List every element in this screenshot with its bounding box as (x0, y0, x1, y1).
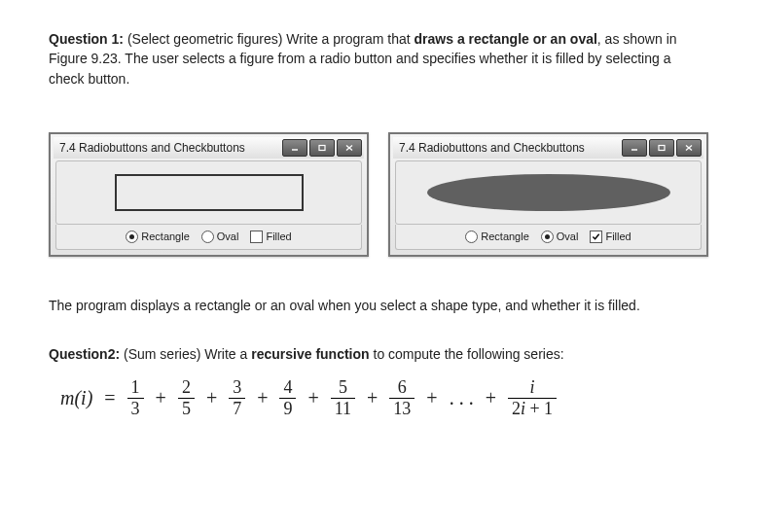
filled-option[interactable]: Filled (250, 231, 291, 243)
oval-label: Oval (557, 231, 579, 242)
window-title: 7.4 Radiobuttons and Checkbuttons (399, 141, 622, 155)
term-4: 49 (279, 378, 296, 418)
figure-9-23: 7.4 Radiobuttons and Checkbuttons Rectan… (49, 132, 708, 257)
lhs: m(i) (60, 387, 92, 409)
term-1: 13 (127, 378, 144, 418)
filled-label: Filled (605, 231, 631, 242)
radio-oval-icon (541, 231, 554, 243)
oval-label: Oval (217, 231, 239, 242)
gen-den-prefix: 2 (512, 399, 521, 418)
oval-option[interactable]: Oval (541, 231, 579, 243)
q1-label: Question 1: (49, 31, 124, 47)
ellipsis: . . . (450, 387, 474, 409)
plus: + (255, 387, 270, 409)
titlebar: 7.4 Radiobuttons and Checkbuttons (393, 137, 703, 159)
plus: + (365, 387, 379, 409)
drawing-canvas (395, 160, 702, 225)
rectangle-option[interactable]: Rectangle (126, 231, 190, 243)
oval-option[interactable]: Oval (201, 231, 239, 243)
rectangle-shape (115, 174, 304, 211)
minimize-button[interactable] (282, 139, 307, 157)
controls-row: Rectangle Oval Filled (395, 225, 702, 250)
term-2: 25 (178, 378, 195, 418)
drawing-canvas (55, 160, 362, 225)
term-6: 613 (389, 378, 415, 418)
series-formula: m(i) = 13 + 25 + 37 + 49 + 511 + 613 + .… (60, 378, 708, 418)
term-5: 511 (331, 378, 355, 418)
svg-rect-1 (319, 145, 325, 150)
filled-label: Filled (266, 231, 291, 242)
maximize-button[interactable] (649, 139, 674, 157)
close-button[interactable] (676, 139, 702, 157)
gen-den-suffix: + 1 (525, 399, 553, 418)
q2-rest: to compute the following series: (370, 346, 564, 362)
example-window-oval: 7.4 Radiobuttons and Checkbuttons Rectan… (388, 132, 708, 257)
q2-intro: (Sum series) Write a (120, 346, 251, 362)
q1-intro: (Select geometric figures) Write a progr… (124, 31, 415, 47)
equals: = (102, 387, 117, 409)
checkbox-filled-icon (250, 231, 263, 243)
term-general: i2i + 1 (508, 378, 557, 418)
term-3: 37 (229, 378, 245, 418)
filled-option[interactable]: Filled (590, 231, 631, 243)
checkbox-filled-icon (590, 231, 602, 243)
q1-bold: draws a rectangle or an oval (415, 31, 597, 47)
plus: + (306, 387, 320, 409)
example-window-rectangle: 7.4 Radiobuttons and Checkbuttons Rectan… (49, 132, 369, 257)
rectangle-label: Rectangle (141, 231, 190, 242)
window-title: 7.4 Radiobuttons and Checkbuttons (59, 141, 282, 155)
q2-bold: recursive function (251, 346, 369, 362)
controls-row: Rectangle Oval Filled (55, 225, 362, 250)
oval-shape (427, 174, 670, 211)
window-buttons (622, 139, 702, 157)
question1-text: Question 1: (Select geometric figures) W… (49, 29, 708, 89)
maximize-button[interactable] (309, 139, 335, 157)
question2-text: Question2: (Sum series) Write a recursiv… (49, 344, 708, 364)
svg-rect-5 (659, 145, 665, 150)
plus: + (484, 387, 498, 409)
window-buttons (282, 139, 362, 157)
titlebar: 7.4 Radiobuttons and Checkbuttons (54, 137, 364, 159)
q2-label: Question2: (49, 346, 120, 362)
plus: + (424, 387, 439, 409)
radio-rectangle-icon (126, 231, 138, 243)
plus: + (204, 387, 219, 409)
radio-rectangle-icon (465, 231, 478, 243)
figure-caption: The program displays a rectangle or an o… (49, 296, 708, 315)
minimize-button[interactable] (622, 139, 647, 157)
plus: + (154, 387, 168, 409)
page: Question 1: (Select geometric figures) W… (0, 0, 757, 457)
close-button[interactable] (337, 139, 362, 157)
rectangle-option[interactable]: Rectangle (465, 231, 529, 243)
rectangle-label: Rectangle (481, 231, 529, 242)
radio-oval-icon (201, 231, 214, 243)
